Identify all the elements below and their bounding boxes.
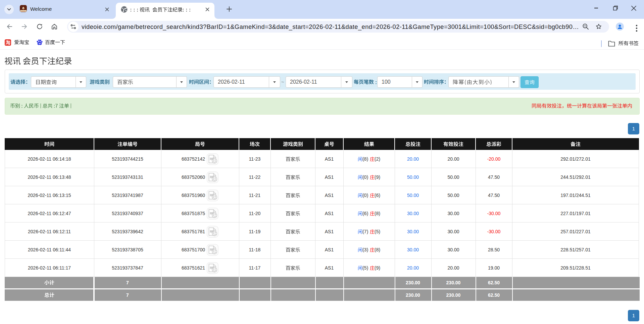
svg-text:du: du (39, 42, 41, 44)
